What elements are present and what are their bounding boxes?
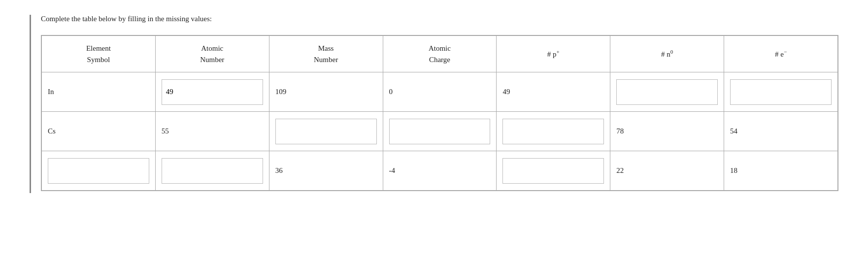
cell-input[interactable] bbox=[389, 119, 491, 144]
cell-input[interactable] bbox=[162, 79, 263, 105]
col-header-electrons: # e− bbox=[724, 36, 838, 72]
static-cell: In bbox=[42, 72, 156, 112]
cell-input[interactable] bbox=[275, 119, 377, 144]
input-cell bbox=[269, 112, 383, 151]
header-row: Element Symbol Atomic Number Mass Number… bbox=[42, 36, 838, 72]
input-cell bbox=[724, 72, 838, 112]
input-cell bbox=[497, 112, 610, 151]
static-cell: 54 bbox=[724, 112, 838, 151]
col-header-protons: # p+ bbox=[497, 36, 610, 72]
table-row: 36-42218 bbox=[42, 151, 838, 191]
cell-input[interactable] bbox=[730, 79, 832, 105]
input-cell bbox=[155, 151, 269, 191]
cell-input[interactable] bbox=[502, 119, 604, 144]
instruction-text: Complete the table below by filling in t… bbox=[41, 15, 838, 23]
col-header-mass-number: Mass Number bbox=[269, 36, 383, 72]
cell-input[interactable] bbox=[616, 79, 718, 105]
table-row: Cs557854 bbox=[42, 112, 838, 151]
col-header-atomic-number: Atomic Number bbox=[155, 36, 269, 72]
input-cell bbox=[42, 151, 156, 191]
static-cell: Cs bbox=[42, 112, 156, 151]
col-header-atomic-charge: Atomic Charge bbox=[383, 36, 497, 72]
input-cell bbox=[383, 112, 497, 151]
col-header-neutrons: # n0 bbox=[610, 36, 724, 72]
input-cell bbox=[610, 72, 724, 112]
cell-input[interactable] bbox=[162, 158, 263, 184]
static-cell: 36 bbox=[269, 151, 383, 191]
table-row: In109049 bbox=[42, 72, 838, 112]
input-cell bbox=[497, 151, 610, 191]
table-body: In109049Cs55785436-42218 bbox=[42, 72, 838, 191]
cell-input[interactable] bbox=[48, 158, 149, 184]
input-cell bbox=[155, 72, 269, 112]
cell-input[interactable] bbox=[502, 158, 604, 184]
static-cell: 55 bbox=[155, 112, 269, 151]
static-cell: 49 bbox=[497, 72, 610, 112]
table-wrapper: Element Symbol Atomic Number Mass Number… bbox=[41, 35, 838, 191]
col-header-element: Element Symbol bbox=[42, 36, 156, 72]
static-cell: 18 bbox=[724, 151, 838, 191]
static-cell: -4 bbox=[383, 151, 497, 191]
static-cell: 0 bbox=[383, 72, 497, 112]
static-cell: 78 bbox=[610, 112, 724, 151]
static-cell: 109 bbox=[269, 72, 383, 112]
static-cell: 22 bbox=[610, 151, 724, 191]
data-table: Element Symbol Atomic Number Mass Number… bbox=[41, 35, 838, 191]
